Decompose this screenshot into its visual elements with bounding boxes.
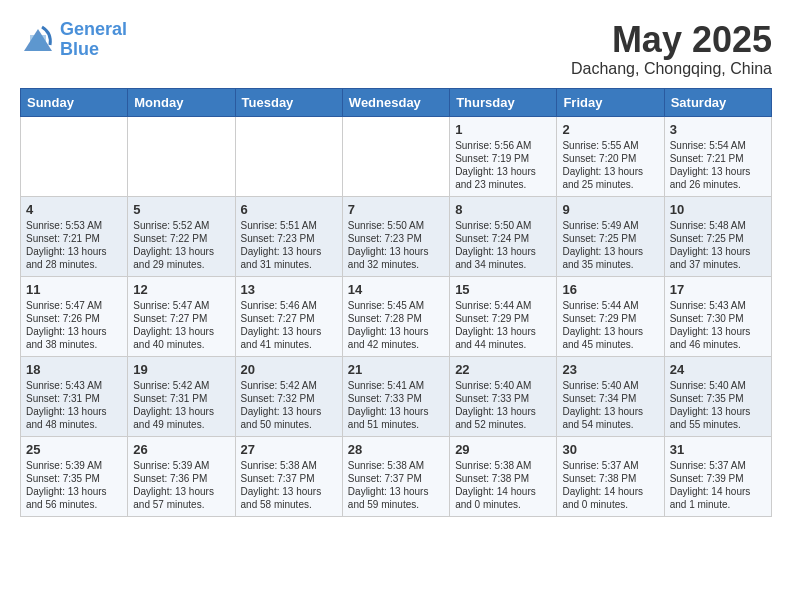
day-info: Daylight: 13 hours — [26, 245, 122, 258]
day-number: 6 — [241, 202, 337, 217]
day-info: and 52 minutes. — [455, 418, 551, 431]
day-number: 12 — [133, 282, 229, 297]
day-number: 2 — [562, 122, 658, 137]
day-number: 8 — [455, 202, 551, 217]
day-info: Sunset: 7:33 PM — [348, 392, 444, 405]
calendar-cell: 21Sunrise: 5:41 AMSunset: 7:33 PMDayligh… — [342, 356, 449, 436]
day-info: Sunset: 7:28 PM — [348, 312, 444, 325]
page-header: General Blue May 2025 Dachang, Chongqing… — [20, 20, 772, 78]
day-number: 23 — [562, 362, 658, 377]
day-info: and 58 minutes. — [241, 498, 337, 511]
day-info: Daylight: 13 hours — [241, 325, 337, 338]
day-info: Sunset: 7:38 PM — [455, 472, 551, 485]
day-info: Sunset: 7:22 PM — [133, 232, 229, 245]
weekday-header-row: SundayMondayTuesdayWednesdayThursdayFrid… — [21, 88, 772, 116]
day-info: Sunset: 7:34 PM — [562, 392, 658, 405]
calendar-cell: 1Sunrise: 5:56 AMSunset: 7:19 PMDaylight… — [450, 116, 557, 196]
weekday-header-sunday: Sunday — [21, 88, 128, 116]
day-info: Sunset: 7:32 PM — [241, 392, 337, 405]
day-info: and 44 minutes. — [455, 338, 551, 351]
day-info: and 48 minutes. — [26, 418, 122, 431]
day-info: Sunset: 7:39 PM — [670, 472, 766, 485]
day-info: Sunrise: 5:37 AM — [670, 459, 766, 472]
day-number: 7 — [348, 202, 444, 217]
day-info: Sunrise: 5:42 AM — [241, 379, 337, 392]
weekday-header-wednesday: Wednesday — [342, 88, 449, 116]
day-number: 4 — [26, 202, 122, 217]
day-info: and 1 minute. — [670, 498, 766, 511]
calendar-cell: 23Sunrise: 5:40 AMSunset: 7:34 PMDayligh… — [557, 356, 664, 436]
day-info: Daylight: 13 hours — [348, 485, 444, 498]
logo: General Blue — [20, 20, 127, 60]
day-info: and 55 minutes. — [670, 418, 766, 431]
day-number: 28 — [348, 442, 444, 457]
day-info: Sunset: 7:37 PM — [241, 472, 337, 485]
day-info: Sunset: 7:30 PM — [670, 312, 766, 325]
day-info: Sunset: 7:38 PM — [562, 472, 658, 485]
day-number: 11 — [26, 282, 122, 297]
day-info: Sunset: 7:37 PM — [348, 472, 444, 485]
day-info: Daylight: 13 hours — [348, 325, 444, 338]
day-info: and 26 minutes. — [670, 178, 766, 191]
day-info: Sunset: 7:35 PM — [26, 472, 122, 485]
calendar-cell — [342, 116, 449, 196]
day-info: and 38 minutes. — [26, 338, 122, 351]
day-info: Sunrise: 5:40 AM — [562, 379, 658, 392]
calendar-week-row: 18Sunrise: 5:43 AMSunset: 7:31 PMDayligh… — [21, 356, 772, 436]
day-info: and 41 minutes. — [241, 338, 337, 351]
day-number: 25 — [26, 442, 122, 457]
day-info: Daylight: 13 hours — [133, 325, 229, 338]
day-number: 1 — [455, 122, 551, 137]
day-number: 10 — [670, 202, 766, 217]
day-info: Sunrise: 5:41 AM — [348, 379, 444, 392]
day-info: and 35 minutes. — [562, 258, 658, 271]
day-info: Daylight: 13 hours — [241, 405, 337, 418]
calendar-table: SundayMondayTuesdayWednesdayThursdayFrid… — [20, 88, 772, 517]
day-number: 9 — [562, 202, 658, 217]
calendar-cell — [128, 116, 235, 196]
day-info: Daylight: 13 hours — [133, 405, 229, 418]
day-info: Sunset: 7:27 PM — [133, 312, 229, 325]
calendar-cell: 12Sunrise: 5:47 AMSunset: 7:27 PMDayligh… — [128, 276, 235, 356]
day-info: Daylight: 13 hours — [670, 165, 766, 178]
calendar-cell: 20Sunrise: 5:42 AMSunset: 7:32 PMDayligh… — [235, 356, 342, 436]
day-info: Sunrise: 5:47 AM — [133, 299, 229, 312]
day-info: and 57 minutes. — [133, 498, 229, 511]
calendar-cell: 9Sunrise: 5:49 AMSunset: 7:25 PMDaylight… — [557, 196, 664, 276]
calendar-week-row: 25Sunrise: 5:39 AMSunset: 7:35 PMDayligh… — [21, 436, 772, 516]
day-info: Daylight: 13 hours — [26, 405, 122, 418]
day-info: and 42 minutes. — [348, 338, 444, 351]
day-info: and 25 minutes. — [562, 178, 658, 191]
day-info: Sunrise: 5:38 AM — [348, 459, 444, 472]
day-number: 22 — [455, 362, 551, 377]
day-number: 5 — [133, 202, 229, 217]
calendar-cell: 6Sunrise: 5:51 AMSunset: 7:23 PMDaylight… — [235, 196, 342, 276]
day-info: Sunset: 7:25 PM — [670, 232, 766, 245]
logo-icon — [20, 25, 56, 55]
day-info: Sunset: 7:31 PM — [26, 392, 122, 405]
day-info: Sunrise: 5:53 AM — [26, 219, 122, 232]
calendar-cell: 31Sunrise: 5:37 AMSunset: 7:39 PMDayligh… — [664, 436, 771, 516]
day-info: Daylight: 13 hours — [26, 325, 122, 338]
day-info: and 51 minutes. — [348, 418, 444, 431]
day-info: Daylight: 13 hours — [455, 245, 551, 258]
day-info: Sunrise: 5:44 AM — [455, 299, 551, 312]
day-info: Sunrise: 5:39 AM — [26, 459, 122, 472]
day-info: Sunrise: 5:47 AM — [26, 299, 122, 312]
day-info: Sunrise: 5:38 AM — [241, 459, 337, 472]
day-info: Daylight: 13 hours — [455, 325, 551, 338]
day-info: Daylight: 13 hours — [562, 165, 658, 178]
day-number: 26 — [133, 442, 229, 457]
day-info: and 28 minutes. — [26, 258, 122, 271]
day-info: and 45 minutes. — [562, 338, 658, 351]
day-info: Daylight: 13 hours — [133, 485, 229, 498]
day-info: Sunrise: 5:43 AM — [670, 299, 766, 312]
day-info: and 40 minutes. — [133, 338, 229, 351]
calendar-cell: 3Sunrise: 5:54 AMSunset: 7:21 PMDaylight… — [664, 116, 771, 196]
calendar-cell: 17Sunrise: 5:43 AMSunset: 7:30 PMDayligh… — [664, 276, 771, 356]
day-info: Sunrise: 5:52 AM — [133, 219, 229, 232]
calendar-cell: 14Sunrise: 5:45 AMSunset: 7:28 PMDayligh… — [342, 276, 449, 356]
day-info: Sunset: 7:36 PM — [133, 472, 229, 485]
day-info: Sunset: 7:33 PM — [455, 392, 551, 405]
calendar-cell: 16Sunrise: 5:44 AMSunset: 7:29 PMDayligh… — [557, 276, 664, 356]
